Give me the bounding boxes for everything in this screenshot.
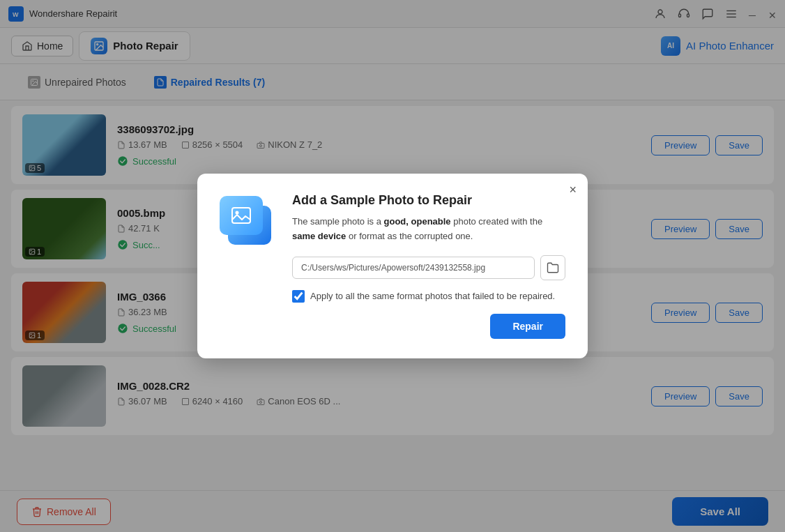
modal-overlay: × Add a Sample Photo to Repair Th <box>0 0 785 532</box>
dialog-illustration <box>220 193 275 249</box>
dialog-actions: Repair <box>292 314 565 339</box>
browse-button[interactable] <box>540 255 565 280</box>
dialog-description: The sample photo is a good, openable pho… <box>292 215 565 244</box>
icon-front-card <box>220 196 263 235</box>
apply-all-checkbox[interactable] <box>292 290 305 303</box>
dialog-body: Add a Sample Photo to Repair The sample … <box>220 193 565 339</box>
image-icon <box>231 206 252 225</box>
dialog-title: Add a Sample Photo to Repair <box>292 193 565 208</box>
apply-all-label: Apply to all the same format photos that… <box>310 291 555 301</box>
dialog-checkbox-row: Apply to all the same format photos that… <box>292 290 565 303</box>
folder-icon <box>547 261 559 274</box>
dialog-close-button[interactable]: × <box>569 183 577 196</box>
dialog-input-row <box>292 255 565 280</box>
repair-button[interactable]: Repair <box>490 314 565 339</box>
dialog-content: Add a Sample Photo to Repair The sample … <box>292 193 565 339</box>
sample-photo-dialog: × Add a Sample Photo to Repair Th <box>197 174 588 358</box>
svg-point-28 <box>236 211 239 215</box>
sample-photo-path-input[interactable] <box>292 257 535 279</box>
svg-rect-27 <box>232 208 250 223</box>
